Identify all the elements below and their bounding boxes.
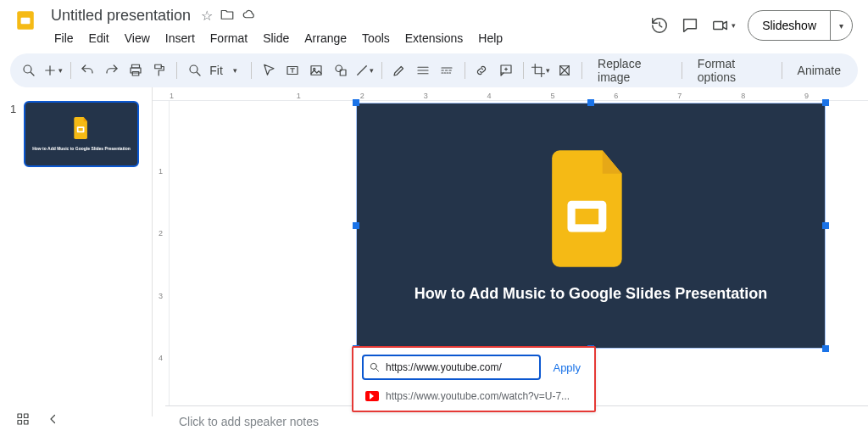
slides-file-icon (544, 149, 637, 271)
undo-icon[interactable] (77, 59, 97, 82)
link-url-input[interactable] (386, 361, 534, 373)
slideshow-dropdown[interactable]: ▾ (831, 11, 852, 40)
svg-point-8 (190, 65, 198, 73)
slide-number: 1 (10, 103, 16, 115)
replace-image-button[interactable]: Replace image (589, 59, 675, 82)
new-slide-icon[interactable]: ▾ (42, 59, 63, 82)
redo-icon[interactable] (102, 59, 122, 82)
slide-content: How to Add Music to Google Slides Presen… (357, 103, 825, 348)
svg-point-12 (336, 65, 342, 72)
link-suggestion-row[interactable]: https://www.youtube.com/watch?v=U-7... (362, 388, 586, 404)
comments-icon[interactable] (681, 16, 699, 35)
shape-tool-icon[interactable] (330, 59, 350, 82)
collapse-filmstrip-icon[interactable] (46, 411, 61, 430)
selection-handle[interactable] (587, 99, 594, 106)
svg-rect-21 (18, 414, 22, 418)
animate-label: Animate (798, 64, 841, 77)
thumb-logo-icon (70, 117, 92, 143)
svg-rect-10 (311, 66, 321, 75)
link-icon[interactable] (471, 59, 492, 82)
paint-format-icon[interactable] (149, 59, 170, 82)
comment-add-icon[interactable] (496, 59, 516, 82)
zoom-value: Fit (204, 64, 228, 77)
svg-rect-17 (79, 128, 83, 131)
doc-title[interactable]: Untitled presentation (47, 5, 194, 26)
format-options-label: Format options (698, 57, 766, 84)
ruler-vertical: 1234 (153, 101, 170, 416)
slide-canvas[interactable]: How to Add Music to Google Slides Presen… (356, 103, 826, 349)
slide-title-text: How to Add Music to Google Slides Presen… (415, 285, 767, 303)
filmstrip: 1 How to Add Music to Google Slides Pres… (0, 87, 153, 416)
svg-rect-19 (576, 209, 599, 224)
svg-rect-22 (25, 414, 29, 418)
move-icon[interactable] (220, 7, 235, 25)
menu-slide[interactable]: Slide (256, 28, 296, 48)
slide-thumbnail[interactable]: How to Add Music to Google Slides Presen… (24, 101, 139, 167)
menu-insert[interactable]: Insert (159, 28, 202, 48)
menu-edit[interactable]: Edit (82, 28, 116, 48)
svg-rect-2 (714, 21, 723, 29)
selection-handle[interactable] (353, 99, 359, 106)
thumb-title: How to Add Music to Google Slides Presen… (32, 146, 131, 151)
filmstrip-footer (0, 405, 165, 436)
selection-handle[interactable] (353, 222, 359, 229)
select-tool-icon[interactable] (259, 59, 279, 82)
zoom-control[interactable]: Fit ▾ (184, 63, 244, 78)
search-icon (369, 361, 381, 373)
slides-logo[interactable] (10, 5, 41, 36)
menu-file[interactable]: File (47, 28, 81, 48)
menu-format[interactable]: Format (203, 28, 254, 48)
svg-rect-1 (21, 18, 31, 25)
animate-button[interactable]: Animate (789, 59, 849, 82)
selection-handle[interactable] (822, 345, 829, 352)
crop-icon[interactable]: ▾ (531, 59, 551, 82)
svg-rect-24 (25, 421, 29, 425)
menu-help[interactable]: Help (471, 28, 509, 48)
history-icon[interactable] (650, 16, 669, 35)
image-tool-icon[interactable] (306, 59, 326, 82)
svg-point-3 (24, 65, 31, 73)
link-input-wrapper[interactable] (362, 355, 541, 380)
replace-image-label: Replace image (598, 57, 666, 84)
link-suggestion-text: https://www.youtube.com/watch?v=U-7... (386, 390, 582, 402)
menu-arrange[interactable]: Arrange (298, 28, 353, 48)
svg-rect-7 (155, 64, 162, 69)
border-weight-icon[interactable] (413, 59, 433, 82)
header: Untitled presentation ☆ File Edit View I… (0, 0, 868, 48)
selection-handle[interactable] (822, 222, 829, 229)
line-tool-icon[interactable]: ▾ (354, 59, 375, 82)
cloud-status-icon[interactable] (242, 7, 257, 25)
youtube-icon (365, 391, 379, 401)
menu-tools[interactable]: Tools (355, 28, 397, 48)
search-menu-icon[interactable] (19, 59, 39, 82)
menu-bar: File Edit View Insert Format Slide Arran… (47, 28, 509, 48)
title-block: Untitled presentation ☆ File Edit View I… (47, 5, 509, 48)
toolbar: ▾ Fit ▾ ▾ ▾ Replace image Format options… (10, 53, 858, 87)
grid-view-icon[interactable] (15, 411, 31, 430)
svg-point-20 (370, 363, 376, 369)
textbox-tool-icon[interactable] (282, 59, 303, 82)
menu-view[interactable]: View (118, 28, 157, 48)
slideshow-label: Slideshow (762, 19, 816, 32)
slideshow-button: Slideshow ▾ (748, 10, 853, 41)
print-icon[interactable] (125, 59, 146, 82)
svg-point-11 (314, 68, 315, 70)
menu-extensions[interactable]: Extensions (398, 28, 470, 48)
header-right: ▾ Slideshow ▾ (650, 5, 858, 41)
mask-reset-icon[interactable] (554, 59, 575, 82)
selection-handle[interactable] (822, 99, 829, 106)
svg-rect-23 (18, 421, 22, 425)
star-icon[interactable]: ☆ (201, 8, 213, 24)
border-dash-icon[interactable] (437, 59, 457, 82)
present-camera-icon[interactable]: ▾ (711, 16, 736, 35)
apply-button[interactable]: Apply (548, 361, 586, 374)
svg-rect-6 (132, 72, 139, 76)
speaker-notes-placeholder: Click to add speaker notes (179, 415, 319, 428)
insert-link-popup: Apply https://www.youtube.com/watch?v=U-… (352, 346, 596, 412)
slideshow-main-button[interactable]: Slideshow (748, 11, 831, 40)
format-options-button[interactable]: Format options (689, 59, 775, 82)
border-color-icon[interactable] (389, 59, 409, 82)
ruler-horizontal: 1123456789 (153, 87, 868, 101)
